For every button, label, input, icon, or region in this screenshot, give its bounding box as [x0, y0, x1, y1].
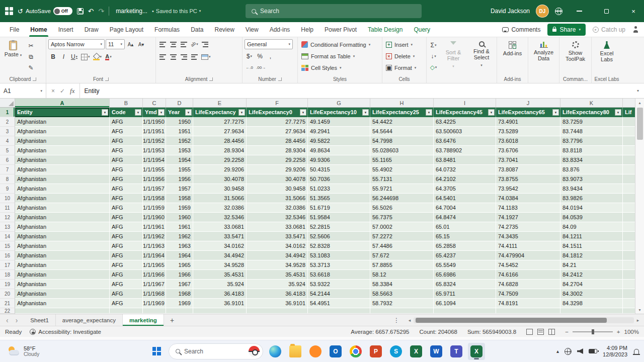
cell[interactable]: 1/1/1963 — [143, 241, 166, 251]
cell[interactable]: 29.9206 — [193, 165, 247, 174]
cell[interactable]: AFG — [110, 117, 143, 127]
filter-dropdown-icon[interactable]: ▼ — [185, 109, 192, 116]
cell[interactable]: 1/1/1967 — [143, 280, 166, 289]
cell[interactable]: 64.7004 — [434, 203, 496, 213]
cell[interactable]: 31.5066 — [247, 194, 308, 203]
cell[interactable]: 54.7998 — [370, 136, 434, 146]
cell[interactable]: 33.5471 — [247, 232, 308, 241]
cell[interactable]: 1/1/1965 — [143, 260, 166, 270]
zoom-in-button[interactable]: + — [617, 329, 620, 335]
header-cell-code[interactable]: Code▼ — [110, 108, 143, 117]
column-header-e[interactable]: E — [193, 99, 247, 107]
cell[interactable]: 65.15 — [434, 232, 496, 241]
header-cell-lifeexpectancy80[interactable]: LifeExpectancy80▼ — [560, 108, 623, 117]
increase-font-icon[interactable]: A▴ — [126, 39, 135, 49]
cell[interactable] — [370, 308, 434, 314]
comments-button[interactable]: Comments — [502, 26, 540, 33]
cell[interactable]: 35.924 — [193, 280, 247, 289]
cell[interactable]: 27.9634 — [247, 127, 308, 136]
chrome-icon[interactable] — [347, 343, 364, 360]
cell[interactable]: AFG — [110, 289, 143, 299]
cell[interactable] — [560, 308, 623, 314]
cell[interactable]: 1951 — [166, 127, 193, 136]
insert-cells-button[interactable]: +Insert▾ — [384, 39, 424, 50]
undo-icon[interactable]: ↶ — [88, 8, 94, 15]
cell[interactable]: AFG — [110, 299, 143, 308]
cell[interactable]: AFG — [110, 203, 143, 213]
cell[interactable]: AFG — [110, 136, 143, 146]
cell[interactable]: AFG — [110, 270, 143, 280]
cell[interactable] — [193, 308, 247, 314]
cell[interactable]: 1/1/1957 — [143, 184, 166, 194]
document-title[interactable]: marketing... — [116, 8, 147, 15]
column-header-c[interactable]: C — [143, 99, 166, 107]
cell[interactable]: 1/1/1953 — [143, 146, 166, 155]
row-number[interactable]: 4 — [0, 136, 15, 146]
header-cell-entity[interactable]: Entity▼ — [15, 108, 110, 117]
firefox-icon[interactable] — [307, 343, 324, 360]
zoom-out-button[interactable]: − — [565, 329, 569, 335]
paste-button[interactable]: Paste ▾ — [2, 39, 24, 75]
cell[interactable]: Afghanistan — [15, 136, 110, 146]
cell[interactable]: 1/1/1958 — [143, 194, 166, 203]
cell[interactable]: 50.7036 — [308, 174, 370, 184]
scroll-up-icon[interactable]: ▴ — [635, 99, 644, 107]
network-icon[interactable] — [555, 8, 562, 15]
comma-style-button[interactable]: , — [266, 51, 275, 61]
font-size-select[interactable]: 11▾ — [106, 39, 125, 49]
cell[interactable]: 74.8191 — [496, 299, 560, 308]
normal-view-button[interactable] — [526, 329, 533, 335]
cell[interactable]: 74.1183 — [496, 203, 560, 213]
tray-expand-icon[interactable]: ▴ — [556, 348, 559, 354]
cell[interactable]: 1959 — [166, 203, 193, 213]
teams-icon[interactable]: T — [448, 343, 465, 360]
cell[interactable]: 57.672 — [370, 251, 434, 260]
cell[interactable]: 83.9826 — [560, 194, 623, 203]
borders-button[interactable]: ▾ — [80, 52, 91, 62]
cell[interactable]: 73.5289 — [496, 127, 560, 136]
cell[interactable]: 51.6719 — [308, 203, 370, 213]
ribbon-tab-help[interactable]: Help — [295, 22, 319, 37]
cell[interactable]: 30.9458 — [193, 184, 247, 194]
cell[interactable]: 33.0681 — [247, 222, 308, 232]
cell[interactable]: 65.4237 — [434, 251, 496, 260]
saved-status[interactable]: • Saved to this PC ▾ — [152, 8, 201, 14]
cell-styles-button[interactable]: Cell Styles▾ — [300, 62, 380, 73]
row-number[interactable]: 13 — [0, 222, 15, 232]
cell[interactable]: AFG — [110, 241, 143, 251]
ribbon-tab-file[interactable]: File — [4, 22, 25, 37]
close-button[interactable]: × — [623, 0, 644, 22]
row-number[interactable]: 20 — [0, 289, 15, 299]
cell[interactable]: 56.5026 — [370, 203, 434, 213]
cell[interactable]: 34.0162 — [247, 241, 308, 251]
row-number[interactable]: 2 — [0, 117, 15, 127]
column-header-k[interactable]: K — [560, 99, 623, 107]
cell[interactable]: 1/1/1962 — [143, 232, 166, 241]
maximize-button[interactable] — [596, 0, 617, 22]
cell[interactable]: 84.0194 — [560, 203, 623, 213]
cell[interactable]: 1965 — [166, 260, 193, 270]
row-number[interactable]: 8 — [0, 174, 15, 184]
ribbon-tab-power-pivot[interactable]: Power Pivot — [319, 22, 362, 37]
cell[interactable]: AFG — [110, 222, 143, 232]
cell[interactable]: 55.028603 — [370, 146, 434, 155]
ribbon-tab-page-layout[interactable]: Page Layout — [104, 22, 149, 37]
ribbon-tab-add-ins[interactable]: Add-ins — [264, 22, 296, 37]
ribbon-tab-view[interactable]: View — [240, 22, 264, 37]
row-number[interactable]: 3 — [0, 127, 15, 136]
header-cell-lifeexpectancy45[interactable]: LifeExpectancy45▼ — [434, 108, 496, 117]
row-number[interactable]: 9 — [0, 184, 15, 194]
align-middle-button[interactable] — [169, 39, 178, 49]
cell[interactable]: 56.244698 — [370, 194, 434, 203]
cut-button[interactable]: ✂ — [26, 41, 36, 51]
cell[interactable]: 64.0732 — [434, 165, 496, 174]
word-icon[interactable]: W — [428, 343, 445, 360]
cell[interactable]: 49.9306 — [308, 155, 370, 165]
cell[interactable]: 84.2412 — [560, 270, 623, 280]
cell[interactable]: Afghanistan — [15, 194, 110, 203]
expand-formula-bar-icon[interactable]: ▾ — [632, 83, 644, 98]
column-header-h[interactable]: H — [370, 99, 434, 107]
prev-sheet-icon[interactable]: ‹ — [6, 316, 9, 324]
cell[interactable]: 63.4225 — [434, 117, 496, 127]
ribbon-tab-home[interactable]: Home — [25, 22, 52, 37]
